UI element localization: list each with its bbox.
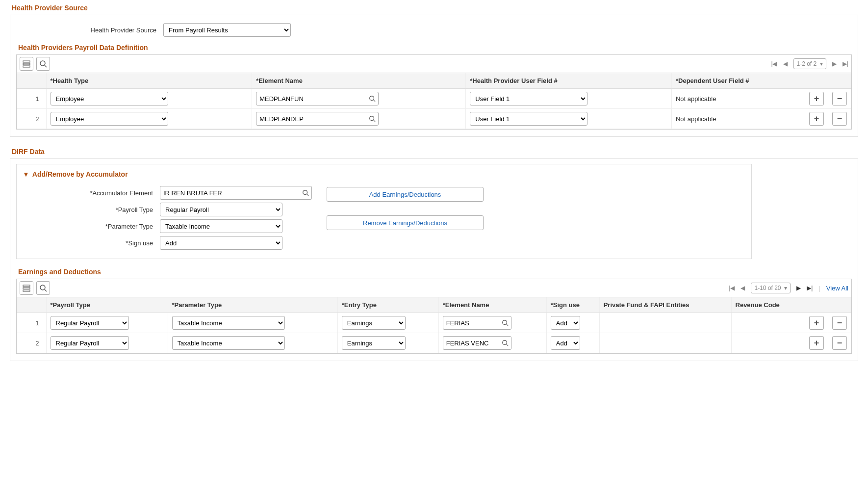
lookup-icon[interactable]	[502, 340, 509, 346]
table-row: 2EmployeeUser Field 1Not applicable+−	[17, 109, 851, 129]
element-name-input[interactable]	[443, 316, 511, 330]
parameter-type-select[interactable]: Taxable Income	[172, 336, 285, 350]
svg-point-9	[303, 190, 307, 195]
nav-last-icon[interactable]: ▶|	[807, 285, 813, 291]
dependent-user-field-value: Not applicable	[671, 109, 805, 129]
svg-line-6	[374, 100, 376, 102]
revenue-code-value	[731, 313, 805, 333]
add-row-button[interactable]: +	[809, 316, 824, 330]
parameter-type-select[interactable]: Taxable Income	[160, 219, 282, 233]
view-all-link[interactable]: View All	[826, 285, 848, 292]
svg-rect-1	[23, 63, 30, 65]
nav-prev-icon[interactable]: ◀	[740, 285, 745, 291]
dirf-data-title: DIRF Data	[12, 148, 858, 156]
entry-type-select[interactable]: Earnings	[342, 336, 406, 350]
lookup-icon[interactable]	[369, 115, 376, 122]
health-provider-source-label: Health Provider Source	[16, 26, 163, 34]
delete-row-button[interactable]: −	[832, 112, 847, 126]
earnings-deductions-grid: |◀ ◀ 1-10 of 20 ▾ ▶ ▶| | View All *Payro…	[16, 279, 852, 354]
dependent-user-field-value: Not applicable	[671, 89, 805, 109]
private-fund-value	[599, 333, 731, 353]
svg-point-14	[40, 285, 45, 290]
remove-earnings-deductions-button[interactable]: Remove Earnings/Deductions	[327, 215, 484, 230]
element-name-input[interactable]	[443, 336, 511, 350]
nav-prev-icon[interactable]: ◀	[783, 60, 788, 67]
health-type-select[interactable]: Employee	[51, 92, 168, 105]
svg-line-8	[374, 120, 376, 122]
payroll-type-select[interactable]: Regular Payroll	[160, 203, 282, 216]
col-health-type: *Health Type	[46, 73, 252, 89]
svg-line-15	[45, 289, 47, 291]
earnings-deductions-title: Earnings and Deductions	[18, 268, 852, 276]
entry-type-select[interactable]: Earnings	[342, 316, 406, 330]
add-row-button[interactable]: +	[809, 92, 824, 105]
svg-line-10	[307, 194, 309, 196]
svg-line-4	[45, 65, 47, 67]
delete-row-button[interactable]: −	[832, 92, 847, 105]
health-type-select[interactable]: Employee	[51, 112, 168, 126]
svg-rect-12	[23, 288, 30, 289]
nav-last-icon[interactable]: ▶|	[842, 60, 848, 67]
delete-row-button[interactable]: −	[832, 316, 847, 330]
grid-search-icon[interactable]	[36, 281, 50, 295]
col-parameter-type: *Parameter Type	[168, 297, 337, 313]
svg-rect-0	[23, 61, 30, 62]
delete-row-button[interactable]: −	[832, 336, 847, 350]
health-providers-payroll-data-title: Health Providers Payroll Data Definition	[18, 44, 852, 52]
lookup-icon[interactable]	[302, 189, 309, 196]
col-revenue-code: Revenue Code	[731, 297, 805, 313]
sign-use-select[interactable]: Add	[551, 316, 580, 330]
private-fund-value	[599, 313, 731, 333]
col-sign-use: *Sign use	[546, 297, 599, 313]
dirf-data-box: ▼ Add/Remove by Accumulator *Accumulator…	[10, 158, 858, 361]
svg-point-5	[370, 96, 374, 101]
col-element-name: *Element Name	[438, 297, 546, 313]
sign-use-label: *Sign use	[23, 239, 160, 247]
user-field-select[interactable]: User Field 1	[470, 112, 587, 126]
grid-pager[interactable]: 1-2 of 2 ▾	[793, 58, 826, 69]
nav-next-icon[interactable]: ▶	[796, 285, 801, 291]
col-entry-type: *Entry Type	[337, 297, 438, 313]
sign-use-select[interactable]: Add	[160, 236, 282, 250]
svg-point-18	[503, 341, 507, 345]
col-dependent-user-field: *Dependent User Field #	[671, 73, 805, 89]
element-name-input[interactable]	[256, 112, 379, 126]
svg-rect-2	[23, 66, 30, 67]
add-remove-accumulator-header[interactable]: ▼ Add/Remove by Accumulator	[23, 170, 745, 178]
grid-action-icon[interactable]	[20, 57, 33, 71]
user-field-select[interactable]: User Field 1	[470, 92, 587, 105]
row-number: 1	[17, 89, 46, 109]
payroll-type-select[interactable]: Regular Payroll	[51, 336, 129, 350]
collapse-icon: ▼	[23, 170, 29, 178]
grid-pager[interactable]: 1-10 of 20 ▾	[751, 283, 791, 293]
table-row: 1EmployeeUser Field 1Not applicable+−	[17, 89, 851, 109]
svg-point-16	[503, 320, 507, 325]
payroll-type-select[interactable]: Regular Payroll	[51, 316, 129, 330]
health-provider-source-title: Health Provider Source	[12, 4, 858, 12]
add-row-button[interactable]: +	[809, 336, 824, 350]
nav-first-icon[interactable]: |◀	[729, 285, 735, 291]
parameter-type-select[interactable]: Taxable Income	[172, 316, 285, 330]
grid-search-icon[interactable]	[36, 57, 50, 71]
add-row-button[interactable]: +	[809, 112, 824, 126]
row-number: 1	[17, 313, 46, 333]
parameter-type-label: *Parameter Type	[23, 223, 160, 230]
table-row: 1Regular PayrollTaxable IncomeEarningsAd…	[17, 313, 851, 333]
element-name-input[interactable]	[256, 92, 379, 105]
health-provider-source-box: Health Provider Source From Payroll Resu…	[10, 15, 858, 137]
sign-use-select[interactable]: Add	[551, 336, 580, 350]
lookup-icon[interactable]	[369, 95, 376, 102]
lookup-icon[interactable]	[502, 319, 509, 326]
col-payroll-type: *Payroll Type	[46, 297, 168, 313]
grid-action-icon[interactable]	[20, 281, 33, 295]
col-element-name: *Element Name	[252, 73, 466, 89]
add-earnings-deductions-button[interactable]: Add Earnings/Deductions	[327, 187, 484, 202]
accumulator-element-input[interactable]	[160, 186, 312, 200]
health-providers-grid: |◀ ◀ 1-2 of 2 ▾ ▶ ▶| *Health Type *Eleme…	[16, 54, 852, 130]
svg-line-17	[506, 324, 508, 326]
payroll-type-label: *Payroll Type	[23, 206, 160, 213]
nav-first-icon[interactable]: |◀	[771, 60, 777, 67]
accumulator-element-label: *Accumulator Element	[23, 189, 160, 197]
health-provider-source-select[interactable]: From Payroll Results	[163, 23, 291, 37]
nav-next-icon[interactable]: ▶	[832, 60, 837, 67]
